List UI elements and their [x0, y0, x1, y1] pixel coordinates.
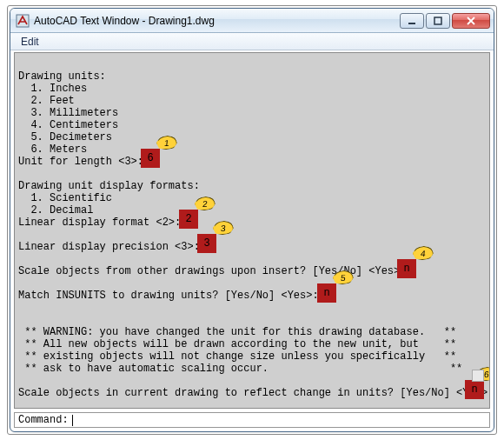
answer-1: 6	[147, 152, 153, 164]
answer-4: n	[403, 263, 409, 275]
autocad-icon	[16, 14, 30, 28]
window-title: AutoCAD Text Window - Drawing1.dwg	[34, 15, 400, 27]
menubar: Edit	[10, 33, 494, 50]
answer-6-box: n	[465, 380, 484, 399]
terminal-area: Drawing units: 1. Inches 2. Feet 3. Mill…	[14, 52, 490, 409]
window-buttons	[400, 13, 490, 29]
outer-border: AutoCAD Text Window - Drawing1.dwg Edit …	[7, 5, 497, 435]
answer-2-box: 2	[179, 210, 198, 229]
command-label: Command:	[18, 414, 69, 426]
answer-3: 3	[203, 237, 209, 250]
svg-rect-2	[434, 17, 441, 24]
answer-3-box: 3	[197, 234, 216, 253]
text-cursor	[72, 415, 73, 426]
answer-6: n	[471, 383, 477, 396]
answer-5-box: n	[317, 283, 336, 303]
minimize-button[interactable]	[400, 13, 424, 29]
svg-rect-1	[408, 23, 415, 24]
text-window: AutoCAD Text Window - Drawing1.dwg Edit …	[10, 8, 494, 432]
answer-1-box: 6	[141, 149, 160, 168]
menu-edit[interactable]: Edit	[16, 34, 44, 50]
scroll-corner[interactable]	[472, 370, 484, 382]
titlebar: AutoCAD Text Window - Drawing1.dwg	[10, 9, 494, 33]
terminal-output: Drawing units: 1. Inches 2. Feet 3. Mill…	[18, 58, 486, 399]
answer-4-box: n	[397, 259, 416, 278]
maximize-button[interactable]	[426, 13, 450, 29]
answer-5: n	[323, 287, 329, 299]
close-button[interactable]	[452, 13, 490, 29]
answer-2: 2	[185, 213, 191, 225]
command-input-row[interactable]: Command:	[14, 412, 490, 428]
